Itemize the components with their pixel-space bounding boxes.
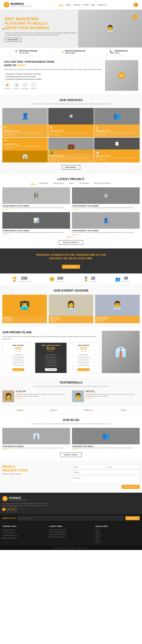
- advisor-stars-1: ★★★★★: [4, 320, 46, 322]
- newsletter-input[interactable]: [17, 516, 123, 520]
- footer-link-item-1[interactable]: Home: [95, 529, 140, 531]
- dot-2[interactable]: [70, 236, 72, 238]
- blog-readmore-2[interactable]: Read More »: [72, 449, 140, 450]
- view-all-button[interactable]: VIEW ALL PROJECT »: [59, 240, 83, 245]
- blog-subtitle: Lorem ipsum dolor sit amet consectetur a…: [2, 423, 140, 425]
- hero-readmore-button[interactable]: READ MORE »: [5, 38, 21, 42]
- logo-sub: LOREM IPSUM DOLOR SIT: [11, 6, 32, 7]
- pricing-person-img: 👔: [102, 331, 140, 373]
- stat-label-business: Our Business: [122, 280, 130, 282]
- nav-link-home[interactable]: Home: [58, 4, 63, 6]
- footer-contact-item-1: 📍 Address line here: [2, 529, 47, 531]
- project-img-4: 👤: [72, 212, 140, 229]
- search-icon[interactable]: 🔍: [133, 2, 138, 7]
- plan-feature: 3 HTML Elements: [4, 361, 33, 364]
- project-tab-branding[interactable]: BRANDING: [38, 182, 50, 185]
- request-desc: Write to reach our site etc.: [2, 473, 70, 475]
- blog-readmore-1[interactable]: Read More »: [2, 449, 70, 450]
- project-tab-packaging[interactable]: PACKAGING: [78, 182, 91, 185]
- hero-image: 👨‍💼: [78, 10, 142, 48]
- service-img-4: 👔: [2, 151, 48, 162]
- plan-price-3: $70: [69, 346, 98, 351]
- hero-prev-arrow[interactable]: ◀: [1, 27, 5, 30]
- dot-1[interactable]: [68, 236, 69, 238]
- project-desc-2: Lorem ipsum dolor sit amet consectetur a…: [72, 207, 140, 209]
- play-button[interactable]: ▶: [118, 72, 125, 79]
- phone-icon: 📞: [110, 50, 113, 54]
- testimonial-text-2: Lorem ipsum dolor sit amet consectetur a…: [86, 394, 140, 398]
- advisor-name-2: JANE SMITH: [50, 317, 92, 319]
- request-subject-input[interactable]: [72, 470, 140, 474]
- project-desc-4: Lorem ipsum dolor sit amet consectetur a…: [72, 232, 140, 234]
- footer-link-item-3[interactable]: Services: [95, 534, 140, 536]
- service-item-5: 💼 💲 SERVICES TITLE 5 Lorem ipsum dolor s…: [48, 138, 94, 162]
- view-all-container: VIEW ALL PROJECT »: [2, 240, 140, 245]
- advisor-section: OUR EXPERT ADVISOR 👨‍💻 JOHN DOE Web Deve…: [0, 285, 142, 327]
- brand-climb: Climb: [120, 409, 126, 411]
- info-email-sub: Mail us today: [65, 52, 86, 54]
- dot-3[interactable]: [73, 236, 74, 238]
- testimonial-content-2: SMITH ROY Graphic Designer Lorem ipsum d…: [86, 390, 140, 402]
- request-row-1: [72, 464, 140, 469]
- footer-bottom: CONTACT INFO 📍 Address line here 📞 (+00)…: [0, 522, 142, 546]
- footer-link-item-2[interactable]: About: [95, 531, 140, 534]
- strategies-icon: 📊: [14, 82, 19, 88]
- nav-link-project[interactable]: Project: [83, 4, 89, 6]
- newsletter-label: NEWSLETTER: [2, 517, 15, 519]
- footer-logo: B BUSINESS LOREM IPSUM DOLOR SIT: [2, 496, 140, 501]
- pricing-section: OUR PRICING PLANE Lorem ipsum dolor sit …: [0, 327, 142, 377]
- info-phone-sub: Call us: [115, 52, 127, 54]
- request-submit-button[interactable]: CONTACT NOW: [122, 485, 140, 489]
- trophy-icon: 🏆: [12, 276, 17, 282]
- request-section: MAKE A REQUEST NOW. Write to reach our s…: [0, 461, 142, 493]
- plan-feature: 1 HTML Elements: [4, 364, 33, 366]
- request-message-input[interactable]: [72, 476, 140, 484]
- request-name-input[interactable]: [72, 464, 106, 469]
- service-content-4: 💡 SERVICES TITLE 4 Lorem ipsum dolor sit…: [2, 138, 48, 151]
- plan-feature: HTML Elements: [36, 359, 65, 361]
- footer-logo-text: BUSINESS: [9, 497, 27, 499]
- plan-btn-3[interactable]: PLANE NOW: [77, 368, 90, 371]
- request-email-input[interactable]: [106, 464, 140, 469]
- nav-link-blog[interactable]: Blog: [91, 4, 95, 6]
- project-tab-webdev[interactable]: WEB DEVELOPMENT: [93, 182, 113, 185]
- info-phone: 📞 (+00)158.123.22 Call us: [110, 50, 127, 54]
- nav-link-contact[interactable]: Contact Us: [97, 4, 107, 6]
- banner-button[interactable]: READ MORE »: [62, 265, 80, 269]
- testimonials-title: TESTIMONIALS: [2, 381, 140, 384]
- blog-viewall-button[interactable]: VIEW ALL MORE »: [60, 452, 82, 457]
- nav-link-about[interactable]: About: [66, 4, 71, 6]
- service-icon-6: 📋: [96, 151, 138, 155]
- newsletter-button[interactable]: SUBSCRIBE: [125, 516, 140, 520]
- project-card-3: 📊 YOUR PROJECT TITLE HERE Lorem ipsum do…: [2, 212, 70, 235]
- marketing-icon: 📈: [23, 82, 28, 88]
- footer-link-item-5[interactable]: Blog: [95, 538, 140, 540]
- project-tab-all[interactable]: ALL: [29, 182, 36, 185]
- service-img-3: 👥: [94, 108, 140, 124]
- footer-col-contact: CONTACT INFO 📍 Address line here 📞 (+00)…: [2, 525, 47, 543]
- footer-link-item-6[interactable]: Contact: [95, 540, 140, 543]
- footer-news-item-4: consectetur adipiscing elit: [49, 536, 93, 538]
- project-readmore-3[interactable]: Read More »: [2, 234, 70, 235]
- services-readmore-button[interactable]: READ MORE »: [62, 165, 80, 170]
- nav-link-services[interactable]: Services: [73, 4, 81, 6]
- footer-link-item-4[interactable]: Project: [95, 536, 140, 538]
- request-content: MAKE A REQUEST NOW. Write to reach our s…: [2, 464, 70, 489]
- brand-walmart: Walmart✦: [84, 409, 94, 411]
- project-readmore-2[interactable]: Read More »: [72, 209, 140, 210]
- good-list: Incorporation consultant: Information te…: [4, 72, 102, 80]
- advisor-avatar-1: 👨‍💻: [19, 300, 30, 310]
- project-tab-webdesign[interactable]: WEB DESIGN: [52, 182, 65, 185]
- services-section: OUR SERVICES Lorem ipsum dolor sit amet …: [0, 94, 142, 174]
- plan-btn-2[interactable]: PLANE NOW: [45, 368, 57, 371]
- plan-btn-1[interactable]: PLANE NOW: [12, 368, 24, 371]
- footer-contact-item-4: 🌐 www.business.com: [2, 536, 47, 539]
- good-to-great-title: YOU CAN TAKE YOUR BUSINESS FROM GOOD TO …: [4, 60, 102, 68]
- project-readmore-1[interactable]: Read More »: [2, 209, 70, 210]
- footer-news-item-1: Lorem ipsum dolor sit amet: [49, 529, 93, 531]
- blog-card-title-1: YOUR NEWS TITLE HERE 1: [2, 446, 70, 447]
- project-tab-print[interactable]: PRINT: [67, 182, 76, 185]
- project-readmore-4[interactable]: Read More »: [72, 234, 140, 235]
- service-name-4: SERVICES TITLE 4: [4, 143, 46, 145]
- project-card-2: 🖥 YOUR PROJECT TITLE HERE Lorem ipsum do…: [72, 188, 140, 210]
